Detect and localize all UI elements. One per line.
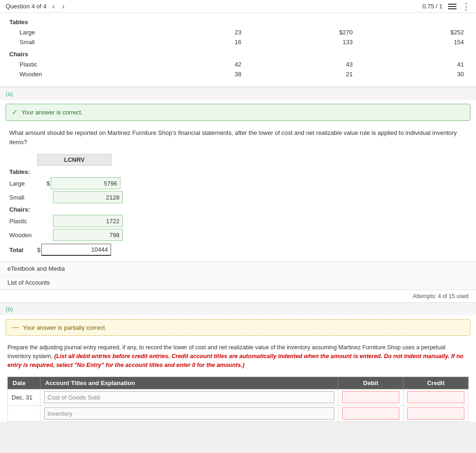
plastic-row: Plastic bbox=[9, 215, 467, 227]
large-dollar: $ bbox=[46, 180, 50, 187]
correct-answer-text: Your answer is correct. bbox=[21, 109, 83, 116]
part-a-content: ✓ Your answer is correct. What amount sh… bbox=[0, 104, 476, 302]
account-header: Account Titles and Explanation bbox=[40, 377, 338, 389]
journal-table: Date Account Titles and Explanation Debi… bbox=[7, 377, 469, 422]
small-label: Small bbox=[9, 194, 46, 201]
list-of-accounts-link[interactable]: List of Accounts bbox=[0, 276, 476, 290]
item-col1: 23 bbox=[138, 27, 249, 37]
part-a-section: (a) bbox=[0, 87, 476, 100]
top-bar: Question 4 of 4 ‹ › 0.75 / 1 ⋮ bbox=[0, 0, 476, 13]
table-row: Small 16 133 154 bbox=[14, 37, 471, 47]
journal-date-1: Dec. 31 bbox=[8, 389, 40, 406]
journal-credit-2[interactable] bbox=[403, 406, 469, 422]
item-name: Large bbox=[14, 27, 138, 37]
total-dollar: $ bbox=[37, 246, 40, 253]
journal-credit-1[interactable] bbox=[403, 389, 469, 406]
instruction-text: Prepare the adjusting journal entry requ… bbox=[0, 340, 476, 373]
item-name: Plastic bbox=[14, 60, 138, 69]
total-input[interactable] bbox=[41, 244, 111, 256]
journal-row-1: Dec. 31 bbox=[8, 389, 469, 406]
total-label: Total bbox=[9, 246, 37, 253]
top-bar-right: 0.75 / 1 ⋮ bbox=[423, 1, 470, 12]
account-input-1[interactable] bbox=[44, 391, 334, 403]
instruction-bold: (List all debit entries before credit en… bbox=[7, 353, 463, 368]
journal-account-1[interactable] bbox=[40, 389, 338, 406]
account-input-2[interactable] bbox=[44, 407, 334, 420]
next-button[interactable]: › bbox=[60, 1, 66, 12]
journal-debit-2[interactable] bbox=[338, 406, 403, 422]
chairs-label: Chairs: bbox=[9, 206, 467, 213]
question-title: Question 4 of 4 bbox=[6, 3, 46, 10]
prev-button[interactable]: ‹ bbox=[50, 1, 56, 12]
small-input[interactable] bbox=[53, 191, 123, 203]
journal-row-2 bbox=[8, 406, 469, 422]
debit-input-1[interactable] bbox=[342, 391, 399, 403]
item-col1: 16 bbox=[138, 37, 249, 47]
wooden-label: Wooden bbox=[9, 232, 46, 239]
credit-input-1[interactable] bbox=[407, 391, 464, 403]
item-name: Small bbox=[14, 37, 138, 47]
menu-icon[interactable] bbox=[448, 4, 456, 9]
item-col2: 43 bbox=[249, 60, 360, 69]
part-a-question-text: What amount should be reported on Martin… bbox=[0, 125, 476, 150]
links-section: eTextbook and Media List of Accounts bbox=[0, 261, 476, 290]
part-b-content: — Your answer is partially correct. Prep… bbox=[0, 319, 476, 422]
partial-answer-text: Your answer is partially correct. bbox=[23, 324, 106, 331]
large-row: Large $ bbox=[9, 177, 467, 189]
item-col2: $270 bbox=[249, 27, 360, 37]
journal-debit-1[interactable] bbox=[338, 389, 403, 406]
check-icon: ✓ bbox=[12, 108, 18, 117]
part-b-label: (b) bbox=[6, 306, 13, 313]
chairs-data-table: Plastic 42 43 41 Wooden 38 21 30 bbox=[14, 60, 471, 79]
correct-answer-box: ✓ Your answer is correct. bbox=[6, 104, 470, 121]
tables-data-table: Large 23 $270 $252 Small 16 133 154 bbox=[14, 27, 471, 47]
journal-account-2[interactable] bbox=[40, 406, 338, 422]
part-a-label: (a) bbox=[6, 90, 13, 97]
tables-category-label: Tables bbox=[9, 19, 467, 26]
item-col3: $252 bbox=[360, 27, 471, 37]
debit-input-2[interactable] bbox=[342, 407, 399, 420]
credit-input-2[interactable] bbox=[407, 407, 464, 420]
lcnrv-header-row: LCNRV bbox=[9, 154, 467, 166]
item-name: Wooden bbox=[14, 69, 138, 79]
wooden-row: Wooden bbox=[9, 229, 467, 241]
item-col3: 30 bbox=[360, 69, 471, 79]
total-row: Total $ bbox=[9, 244, 467, 256]
wooden-input[interactable] bbox=[53, 229, 123, 241]
item-col3: 41 bbox=[360, 60, 471, 69]
etextbook-link[interactable]: eTextbook and Media bbox=[0, 262, 476, 276]
plastic-input[interactable] bbox=[53, 215, 123, 227]
inventory-table-section: Tables Large 23 $270 $252 Small 16 133 1… bbox=[0, 13, 476, 87]
credit-header: Credit bbox=[403, 377, 469, 389]
item-col3: 154 bbox=[360, 37, 471, 47]
large-label: Large bbox=[9, 180, 46, 187]
tables-label: Tables: bbox=[9, 168, 467, 175]
item-col1: 38 bbox=[138, 69, 249, 79]
top-bar-left: Question 4 of 4 ‹ › bbox=[6, 1, 66, 12]
score-display: 0.75 / 1 bbox=[423, 3, 443, 10]
chairs-category-label: Chairs bbox=[9, 51, 467, 58]
lcnrv-header-cell: LCNRV bbox=[37, 154, 112, 166]
plastic-label: Plastic bbox=[9, 218, 46, 225]
lcnrv-form: LCNRV Tables: Large $ Small Chairs: Plas… bbox=[9, 154, 467, 256]
journal-date-2 bbox=[8, 406, 40, 422]
debit-header: Debit bbox=[338, 377, 403, 389]
more-options-button[interactable]: ⋮ bbox=[462, 1, 470, 12]
large-input[interactable] bbox=[51, 177, 120, 189]
partial-answer-box: — Your answer is partially correct. bbox=[6, 319, 470, 336]
table-row: Wooden 38 21 30 bbox=[14, 69, 471, 79]
table-row: Large 23 $270 $252 bbox=[14, 27, 471, 37]
item-col2: 133 bbox=[249, 37, 360, 47]
table-row: Plastic 42 43 41 bbox=[14, 60, 471, 69]
part-b-section: (b) bbox=[0, 302, 476, 315]
attempts-text: Attempts: 4 of 15 used bbox=[0, 290, 476, 302]
item-col2: 21 bbox=[249, 69, 360, 79]
dash-icon: — bbox=[12, 323, 19, 332]
date-header: Date bbox=[8, 377, 40, 389]
item-col1: 42 bbox=[138, 60, 249, 69]
small-row: Small bbox=[9, 191, 467, 203]
